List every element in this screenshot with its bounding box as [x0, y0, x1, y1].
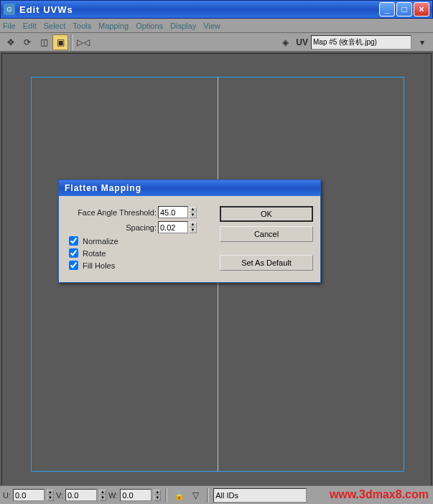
ok-button[interactable]: OK: [220, 206, 313, 222]
menu-mapping[interactable]: Mapping: [98, 22, 129, 30]
spacing-down-icon[interactable]: ▼: [189, 228, 197, 233]
fillholes-checkbox[interactable]: [69, 261, 78, 270]
uv-label: UV: [296, 37, 308, 47]
rotate-checkbox[interactable]: [69, 248, 78, 258]
dialog-left: Face Angle Threshold: ▲ ▼ Spacing:: [66, 206, 220, 271]
lock-icon[interactable]: 🔒: [172, 488, 186, 503]
spacing-label: Spacing:: [66, 223, 158, 232]
w-label: W:: [108, 491, 118, 500]
normalize-label: Normalize: [83, 237, 118, 246]
toolbar-separator: [70, 34, 73, 50]
menu-display[interactable]: Display: [170, 22, 196, 30]
dialog-body: Face Angle Threshold: ▲ ▼ Spacing:: [59, 196, 320, 282]
app-icon: G: [4, 4, 15, 15]
toolbar: ✥ ⟳ ◫ ▣ ▷◁ ◈ UV ▾: [0, 33, 433, 52]
u-input[interactable]: [13, 489, 45, 501]
spacing-up-icon[interactable]: ▲: [189, 222, 197, 228]
cancel-button[interactable]: Cancel: [220, 226, 313, 242]
menu-select[interactable]: Select: [44, 22, 66, 30]
v-down-icon[interactable]: ▼: [99, 495, 106, 501]
normalize-row: Normalize: [69, 236, 220, 246]
ids-dropdown[interactable]: [213, 488, 307, 503]
u-up-icon[interactable]: ▲: [47, 490, 54, 495]
options-icon[interactable]: ▾: [414, 34, 430, 50]
v-label: V:: [56, 491, 63, 500]
status-separator: [165, 488, 167, 503]
spacing-spinner: ▲ ▼: [158, 221, 197, 233]
watermark: www.3dmax8.com: [330, 488, 429, 501]
face-angle-up-icon[interactable]: ▲: [189, 207, 197, 213]
texture-dropdown[interactable]: [311, 35, 411, 50]
w-input[interactable]: [120, 489, 152, 501]
face-angle-spinner: ▲ ▼: [158, 206, 197, 218]
close-button[interactable]: ×: [414, 2, 429, 17]
menu-view[interactable]: View: [203, 22, 220, 30]
move-tool-icon[interactable]: ✥: [3, 34, 19, 50]
spacing-input[interactable]: [158, 221, 188, 233]
face-angle-row: Face Angle Threshold: ▲ ▼: [66, 206, 220, 218]
mirror-tool-icon[interactable]: ▷◁: [75, 34, 91, 50]
status-separator-2: [207, 488, 209, 503]
maximize-button[interactable]: □: [396, 2, 412, 17]
filter-icon[interactable]: ▽: [188, 488, 202, 503]
dialog-title: Flatten Mapping: [59, 180, 320, 196]
fillholes-label: Fill Holes: [83, 261, 115, 270]
rotate-tool-icon[interactable]: ⟳: [19, 34, 35, 50]
minimize-button[interactable]: _: [379, 2, 395, 17]
toolbar-right: ◈ UV ▾: [277, 34, 430, 50]
menu-file[interactable]: File: [3, 22, 16, 30]
spacing-row: Spacing: ▲ ▼: [66, 221, 220, 233]
cube-icon[interactable]: ◈: [277, 34, 293, 50]
rotate-label: Rotate: [83, 249, 106, 258]
menu-tools[interactable]: Tools: [73, 22, 91, 30]
u-label: U:: [3, 491, 11, 500]
flatten-mapping-dialog: Flatten Mapping Face Angle Threshold: ▲ …: [58, 179, 321, 283]
uv-viewport[interactable]: Flatten Mapping Face Angle Threshold: ▲ …: [1, 53, 432, 487]
scale-tool-icon[interactable]: ◫: [36, 34, 52, 50]
w-up-icon[interactable]: ▲: [154, 490, 161, 495]
rotate-row: Rotate: [69, 248, 220, 258]
face-angle-label: Face Angle Threshold:: [66, 208, 158, 217]
w-down-icon[interactable]: ▼: [154, 495, 161, 501]
dialog-right: OK Cancel Set As Default: [220, 206, 313, 271]
freeform-tool-icon[interactable]: ▣: [52, 34, 68, 50]
window-buttons: _ □ ×: [379, 2, 429, 17]
v-up-icon[interactable]: ▲: [99, 490, 106, 495]
set-default-button[interactable]: Set As Default: [220, 255, 313, 271]
normalize-checkbox[interactable]: [69, 236, 78, 246]
spacer: [220, 246, 313, 251]
v-input[interactable]: [65, 489, 97, 501]
menubar: File Edit Select Tools Mapping Options D…: [0, 19, 433, 33]
menu-options[interactable]: Options: [136, 22, 163, 30]
window-title: Edit UVWs: [19, 4, 379, 15]
face-angle-down-icon[interactable]: ▼: [189, 213, 197, 218]
titlebar: G Edit UVWs _ □ ×: [0, 0, 433, 19]
face-angle-input[interactable]: [158, 206, 188, 218]
menu-edit[interactable]: Edit: [23, 22, 37, 30]
fillholes-row: Fill Holes: [69, 261, 220, 270]
u-down-icon[interactable]: ▼: [47, 495, 54, 501]
